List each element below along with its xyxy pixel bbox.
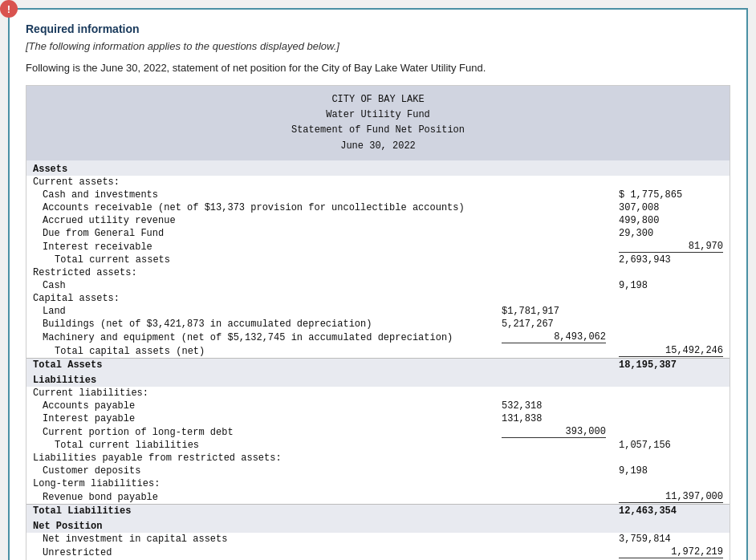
assets-label: Assets [26,160,495,176]
current-portion-value: 393,000 [495,425,612,439]
unrestricted-label: Unrestricted [26,546,495,559]
total-current-liabilities-value: 1,057,156 [612,439,730,452]
table-row: Land $1,781,917 [26,305,730,318]
table-row: Current liabilities: [26,387,730,400]
capital-assets-label: Capital assets: [26,292,495,305]
accounts-payable-value: 532,318 [495,400,612,412]
interest-receivable-label: Interest receivable [26,240,495,254]
accrued-utility-label: Accrued utility revenue [26,214,495,227]
current-liabilities-label: Current liabilities: [26,387,495,400]
total-assets-value: 18,195,387 [612,358,730,371]
required-title: Required information [26,22,730,35]
table-row: Net investment in capital assets 3,759,8… [26,533,730,546]
table-row: Assets [26,160,730,176]
financial-table-wrapper: CITY OF BAY LAKE Water Utility Fund Stat… [26,85,730,560]
table-row: Total Assets 18,195,387 [26,358,730,371]
customer-deposits-value: 9,198 [612,465,730,477]
total-current-liabilities-label: Total current liabilities [26,439,495,452]
liabilities-restricted-label: Liabilities payable from restricted asse… [26,452,495,465]
table-row: Accounts receivable (net of $13,373 prov… [26,201,730,214]
buildings-value: 5,217,267 [495,318,612,331]
table-row: Capital assets: [26,292,730,305]
table-row: Unrestricted 1,972,219 [26,546,730,559]
due-general-label: Due from General Fund [26,227,495,240]
long-term-label: Long-term liabilities: [26,477,495,490]
total-current-assets-label: Total current assets [26,254,495,266]
cash-investments-value: $ 1,775,865 [612,189,730,201]
table-row: Total current assets 2,693,943 [26,254,730,266]
table-row: Total capital assets (net) 15,492,246 [26,344,730,359]
total-capital-assets-value: 15,492,246 [612,344,730,359]
net-investment-label: Net investment in capital assets [26,533,495,546]
total-capital-assets-label: Total capital assets (net) [26,344,495,359]
intro-text: Following is the June 30, 2022, statemen… [26,62,730,74]
main-container: ! Required information [The following in… [8,8,748,560]
cash-label: Cash [26,279,495,292]
table-row: Due from General Fund 29,300 [26,227,730,240]
table-row: Liabilities payable from restricted asse… [26,452,730,465]
table-title-line4: June 30, 2022 [35,139,721,154]
table-row: Buildings (net of $3,421,873 in accumula… [26,318,730,331]
table-row: Total Liabilities 12,463,354 [26,504,730,517]
interest-payable-value: 131,838 [495,412,612,425]
machinery-value: 8,493,062 [495,331,612,344]
cash-investments-label: Cash and investments [26,189,495,201]
table-title-line3: Statement of Fund Net Position [35,123,721,138]
machinery-label: Machinery and equipment (net of $5,132,7… [26,331,495,344]
due-general-value: 29,300 [612,227,730,240]
table-row: Net Position [26,517,730,533]
accounts-receivable-label: Accounts receivable (net of $13,373 prov… [26,201,495,214]
current-portion-label: Current portion of long-term debt [26,425,495,439]
table-row: Interest receivable 81,970 [26,240,730,254]
accounts-payable-label: Accounts payable [26,400,495,412]
table-row: Current portion of long-term debt 393,00… [26,425,730,439]
accrued-utility-value: 499,800 [612,214,730,227]
table-row: Total current liabilities 1,057,156 [26,439,730,452]
total-liabilities-value: 12,463,354 [612,504,730,517]
table-title-line1: CITY OF BAY LAKE [35,92,721,108]
net-position-label: Net Position [26,517,495,533]
customer-deposits-label: Customer deposits [26,465,495,477]
restricted-assets-label: Restricted assets: [26,266,495,279]
total-liabilities-label: Total Liabilities [26,504,495,517]
subtitle: [The following information applies to th… [26,40,730,52]
table-row: Accrued utility revenue 499,800 [26,214,730,227]
table-row: Current assets: [26,176,730,189]
interest-payable-label: Interest payable [26,412,495,425]
table-row: Customer deposits 9,198 [26,465,730,477]
land-label: Land [26,305,495,318]
liabilities-label: Liabilities [26,371,495,387]
net-investment-value: 3,759,814 [612,533,730,546]
cash-value: 9,198 [612,279,730,292]
financial-table: Assets Current assets: Cash and investme… [26,160,730,560]
accounts-receivable-value: 307,008 [612,201,730,214]
land-value: $1,781,917 [495,305,612,318]
table-row: Cash and investments $ 1,775,865 [26,189,730,201]
buildings-label: Buildings (net of $3,421,873 in accumula… [26,318,495,331]
table-row: Interest payable 131,838 [26,412,730,425]
unrestricted-value: 1,972,219 [612,546,730,559]
table-header: CITY OF BAY LAKE Water Utility Fund Stat… [26,86,730,160]
revenue-bond-value: 11,397,000 [612,490,730,505]
table-row: Liabilities [26,371,730,387]
revenue-bond-label: Revenue bond payable [26,490,495,505]
table-row: Revenue bond payable 11,397,000 [26,490,730,505]
table-row: Cash 9,198 [26,279,730,292]
alert-icon: ! [0,0,18,18]
total-assets-label: Total Assets [26,358,495,371]
current-assets-label: Current assets: [26,176,495,189]
table-title-line2: Water Utility Fund [35,108,721,123]
interest-receivable-value: 81,970 [612,240,730,254]
table-row: Accounts payable 532,318 [26,400,730,412]
table-row: Long-term liabilities: [26,477,730,490]
total-current-assets-value: 2,693,943 [612,254,730,266]
table-row: Machinery and equipment (net of $5,132,7… [26,331,730,344]
table-row: Restricted assets: [26,266,730,279]
